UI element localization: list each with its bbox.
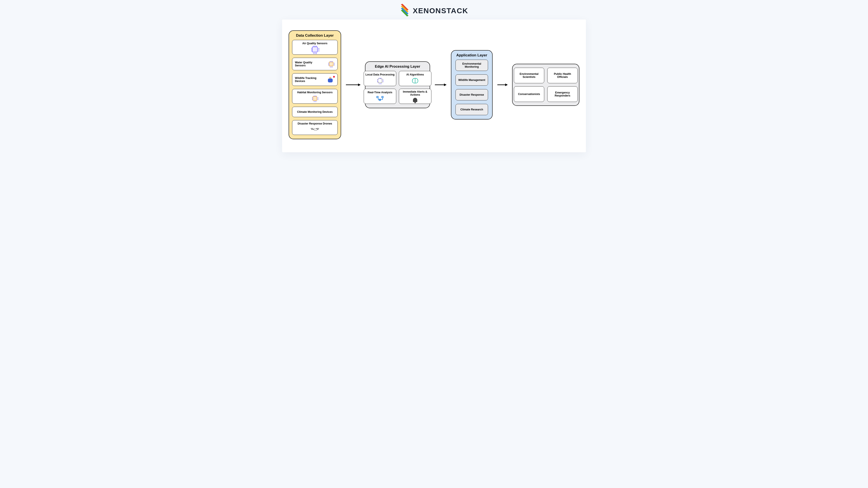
graph-nodes-icon xyxy=(376,95,384,102)
node-label: Environmental Scientists xyxy=(516,72,542,78)
node-realtime-analysis: Real-Time Analysis xyxy=(364,89,396,104)
node-public-health-officials: Public Health Officials xyxy=(547,68,578,83)
data-collection-layer: Data Collection Layer Air Quality Sensor… xyxy=(289,30,341,139)
node-disaster-response: Disaster Response xyxy=(456,89,488,100)
svg-marker-5 xyxy=(505,84,508,86)
node-disaster-drones: Disaster Response Drones xyxy=(292,120,338,135)
node-label: Emergency Responders xyxy=(549,91,576,97)
edge-processing-layer: Edge AI Processing Layer Local Data Proc… xyxy=(365,61,430,108)
node-label: Public Health Officials xyxy=(549,72,576,78)
node-emergency-responders: Emergency Responders xyxy=(547,86,578,102)
brand-name: XENONSTACK xyxy=(413,6,468,15)
logo-icon xyxy=(400,6,410,15)
application-layer: Application Layer Environmental Monitori… xyxy=(451,50,493,120)
node-environmental-scientists: Environmental Scientists xyxy=(514,68,544,83)
drone-icon xyxy=(311,126,318,133)
node-label: Air Quality Sensors xyxy=(302,42,328,45)
node-label: AI Algorithms xyxy=(406,73,424,76)
node-label: Conservationists xyxy=(518,93,540,96)
svg-marker-1 xyxy=(358,84,361,86)
node-climate-research: Climate Research xyxy=(456,104,488,115)
arrow-icon xyxy=(434,83,446,87)
node-env-monitoring: Environmental Monitoring xyxy=(456,60,488,71)
arrow-icon xyxy=(345,83,361,87)
layer-title: Application Layer xyxy=(456,53,487,58)
users-layer: Environmental Scientists Public Health O… xyxy=(512,64,579,106)
chip-icon xyxy=(311,46,318,53)
node-wildlife-tracking: Wildlife Tracking Devices xyxy=(292,73,338,86)
diagram-canvas: Data Collection Layer Air Quality Sensor… xyxy=(282,20,586,152)
bell-icon xyxy=(411,98,419,102)
node-habitat-monitoring: Habitat Monitoring Sensors xyxy=(292,89,338,104)
brain-icon xyxy=(411,77,419,84)
node-label: Environmental Monitoring xyxy=(457,62,487,68)
node-label: Local Data Processing xyxy=(365,73,395,76)
svg-marker-3 xyxy=(444,84,446,86)
node-label: Habitat Monitoring Sensors xyxy=(297,91,333,94)
node-air-quality-sensors: Air Quality Sensors xyxy=(292,40,338,55)
chip-icon xyxy=(328,61,335,67)
node-label: Climate Monitoring Devices xyxy=(297,110,333,113)
node-wildlife-management: Wildlife Management xyxy=(456,74,488,86)
node-climate-monitoring: Climate Monitoring Devices xyxy=(292,107,338,117)
node-label: Disaster Response Drones xyxy=(298,122,332,125)
node-label: Wildlife Management xyxy=(458,78,485,82)
node-water-quality-sensors: Water Quality Sensors xyxy=(292,58,338,70)
node-label: Immediate Alerts & Actions xyxy=(400,90,430,96)
node-label: Wildlife Tracking Devices xyxy=(295,76,319,83)
node-label: Climate Research xyxy=(461,108,483,111)
layer-title: Data Collection Layer xyxy=(296,33,334,38)
person-tracking-icon xyxy=(328,76,335,83)
node-local-data-processing: Local Data Processing xyxy=(364,71,396,86)
arrow-icon xyxy=(497,83,508,87)
node-label: Disaster Response xyxy=(460,93,484,96)
brand-header: XENONSTACK xyxy=(400,6,468,15)
node-label: Water Quality Sensors xyxy=(295,61,319,67)
node-conservationists: Conservationists xyxy=(514,86,544,102)
layer-title: Edge AI Processing Layer xyxy=(375,64,420,69)
chip-icon xyxy=(311,95,318,102)
node-ai-algorithms: AI Algorithms xyxy=(399,71,431,86)
node-label: Real-Time Analysis xyxy=(368,91,392,94)
node-alerts-actions: Immediate Alerts & Actions xyxy=(399,89,431,104)
cpu-icon xyxy=(376,77,384,84)
